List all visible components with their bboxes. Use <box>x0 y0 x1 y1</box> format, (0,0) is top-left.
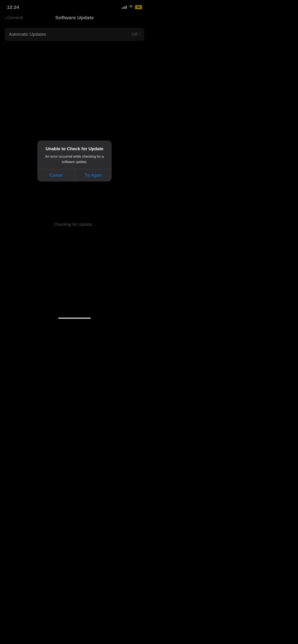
alert-dialog: Unable to Check for Update An error occu… <box>37 140 112 182</box>
home-indicator <box>58 318 91 319</box>
alert-buttons: Cancel Try Again <box>37 169 112 182</box>
try-again-button[interactable]: Try Again <box>75 169 112 182</box>
alert-content: Unable to Check for Update An error occu… <box>37 140 112 169</box>
cancel-button[interactable]: Cancel <box>37 169 75 182</box>
alert-title: Unable to Check for Update <box>42 146 107 152</box>
alert-overlay: Unable to Check for Update An error occu… <box>0 0 149 322</box>
alert-message: An error occurred while checking for a s… <box>42 154 107 164</box>
